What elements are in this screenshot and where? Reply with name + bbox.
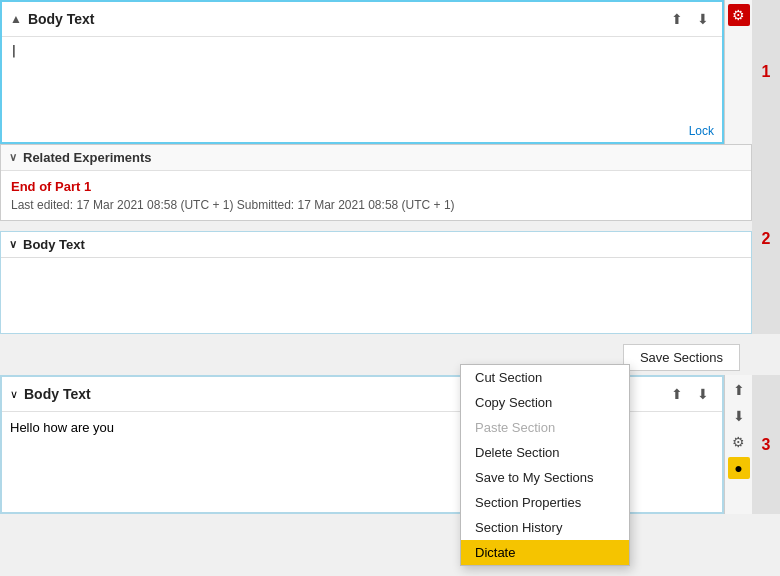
lock-link[interactable]: Lock xyxy=(689,124,714,138)
last-edited-text: Last edited: 17 Mar 2021 08:58 (UTC + 1)… xyxy=(11,198,741,212)
section-1-body: | Lock xyxy=(2,37,722,142)
end-of-part: End of Part 1 xyxy=(11,179,741,194)
section-1-row: ▲ Body Text ⬆ ⬇ | Lock ⚙ 1 xyxy=(0,0,780,144)
section-1-badge: 1 xyxy=(752,0,780,144)
section-1-textarea[interactable]: | xyxy=(10,43,714,133)
related-body: 🔒 End of Part 1 Last edited: 17 Mar 2021… xyxy=(1,171,751,220)
chevron-up-icon[interactable]: ▲ xyxy=(10,12,22,26)
menu-section-history[interactable]: Section History xyxy=(461,515,629,540)
related-title: Related Experiments xyxy=(23,150,152,165)
section-3-tools: ⬆ ⬇ ⚙ ● xyxy=(724,375,752,514)
section-2-textarea[interactable] xyxy=(9,264,743,324)
section-2-body-text-header: ∨ Body Text xyxy=(1,232,751,258)
section-3-gear-icon[interactable]: ⚙ xyxy=(728,431,750,453)
related-experiments-row: ∨ Related Experiments 🔒 End of Part 1 La… xyxy=(0,144,780,334)
sort-up-icon[interactable]: ⬆ xyxy=(666,8,688,30)
menu-save-my-sections[interactable]: Save to My Sections xyxy=(461,465,629,490)
section-3-record-icon[interactable]: ● xyxy=(728,457,750,479)
menu-dictate[interactable]: Dictate xyxy=(461,540,629,565)
save-sections-button[interactable]: Save Sections xyxy=(623,344,740,371)
section-1-header-right: ⬆ ⬇ xyxy=(666,8,714,30)
related-chevron[interactable]: ∨ xyxy=(9,151,17,164)
related-inner: ∨ Related Experiments 🔒 End of Part 1 La… xyxy=(0,144,752,334)
context-menu: Cut Section Copy Section Paste Section D… xyxy=(460,364,630,566)
section-3-header-right: ⬆ ⬇ xyxy=(666,383,714,405)
section-3-chevron[interactable]: ∨ xyxy=(10,388,18,401)
lock-icon-left: 🔒 xyxy=(0,181,1,200)
sort-down-icon[interactable]: ⬇ xyxy=(692,8,714,30)
section-2-badge: 2 xyxy=(752,144,780,334)
related-header: ∨ Related Experiments xyxy=(1,145,751,171)
menu-paste-section: Paste Section xyxy=(461,415,629,440)
section-1-header: ▲ Body Text ⬆ ⬇ xyxy=(2,2,722,37)
save-sections-bar: Save Sections xyxy=(0,338,780,375)
menu-section-properties[interactable]: Section Properties xyxy=(461,490,629,515)
section-3-sort-up[interactable]: ⬆ xyxy=(666,383,688,405)
section-3-badge: 3 xyxy=(752,375,780,514)
section-1-panel: ▲ Body Text ⬆ ⬇ | Lock xyxy=(0,0,724,144)
related-panel: ∨ Related Experiments 🔒 End of Part 1 La… xyxy=(0,144,752,221)
section-2-title: Body Text xyxy=(23,237,85,252)
menu-copy-section[interactable]: Copy Section xyxy=(461,390,629,415)
section-2-chevron[interactable]: ∨ xyxy=(9,238,17,251)
gear-icon-red[interactable]: ⚙ xyxy=(728,4,750,26)
section-2-body-text-panel: ∨ Body Text xyxy=(0,231,752,334)
section-3-row: ∨ Body Text ⬆ ⬇ Hello how are you ⬆ ⬇ ⚙ … xyxy=(0,375,780,514)
section-1-title: Body Text xyxy=(28,11,95,27)
section-1-inner: ▲ Body Text ⬆ ⬇ | Lock xyxy=(0,0,724,144)
menu-cut-section[interactable]: Cut Section xyxy=(461,365,629,390)
section-3-title: Body Text xyxy=(24,386,91,402)
menu-delete-section[interactable]: Delete Section xyxy=(461,440,629,465)
section-1-tools: ⚙ xyxy=(724,0,752,144)
section-3-sort-down[interactable]: ⬇ xyxy=(692,383,714,405)
section-2-body xyxy=(1,258,751,333)
section-3-tool-up[interactable]: ⬆ xyxy=(728,379,750,401)
section-3-tool-down[interactable]: ⬇ xyxy=(728,405,750,427)
